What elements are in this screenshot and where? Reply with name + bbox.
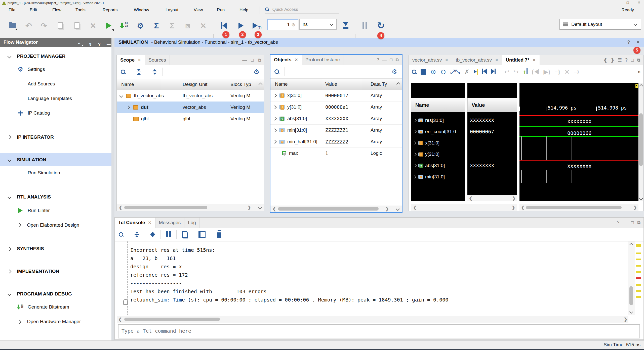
prev-tab-icon[interactable]: ❰	[603, 57, 607, 63]
wave-name-header[interactable]: Name	[411, 98, 465, 112]
objects-hscrollbar[interactable]: ❮ ❯	[270, 206, 402, 212]
generate-bitstream-toolbar-icon[interactable]: 0110	[119, 20, 130, 31]
menu-view[interactable]: View	[194, 8, 203, 13]
search-icon[interactable]	[274, 69, 279, 74]
collapse-all-icon[interactable]	[137, 69, 141, 75]
expand-all-icon[interactable]	[152, 69, 157, 75]
tab-messages[interactable]: Messages	[155, 218, 185, 228]
object-row-abs[interactable]: 0 abs[31:0] XXXXXXXX Array	[270, 113, 402, 125]
tab-protocol-instances[interactable]: Protocol Instanc	[302, 55, 343, 65]
expand-all-icon[interactable]: ⇕	[89, 40, 92, 49]
time-unit-select[interactable]: ns	[299, 19, 337, 30]
settings-gear-icon[interactable]: ⚙	[391, 68, 397, 76]
quick-access-search[interactable]: Quick Access	[265, 7, 339, 14]
float-panel-icon[interactable]: ⧉	[637, 220, 640, 225]
warning-mark[interactable]	[636, 271, 641, 273]
warning-mark[interactable]	[636, 265, 641, 267]
zoom-out-icon[interactable]: ⊖	[440, 68, 446, 76]
wave-vscrollbar[interactable]	[639, 83, 643, 201]
undo-icon[interactable]: ↶	[23, 20, 34, 31]
sidebar-item-language-templates[interactable]: Language Templates	[0, 93, 111, 104]
wave-signal-err-count[interactable]: err_count[31:0	[411, 126, 465, 137]
scroll-down-icon[interactable]	[258, 206, 262, 210]
tab-sources[interactable]: Sources	[145, 55, 170, 65]
layout-selector[interactable]: Default Layout	[559, 19, 641, 30]
menu-reports[interactable]: Reports	[103, 8, 118, 13]
maximize-panel-icon[interactable]: □	[631, 220, 634, 225]
scope-row-tb-vector-abs[interactable]: tb_vector_abs tb_vector_abs Verilog M	[117, 90, 264, 102]
next-tab-icon[interactable]: ❱	[611, 57, 614, 63]
sidebar-section-implementation[interactable]: IMPLEMENTATION	[0, 266, 111, 276]
close-icon[interactable]: ✕	[445, 58, 448, 63]
run-all-icon[interactable]	[235, 20, 247, 31]
minimize-panel-icon[interactable]: —	[107, 40, 111, 49]
search-icon[interactable]	[121, 70, 125, 74]
remove-cursor-icon[interactable]: ✗	[464, 68, 469, 75]
sidebar-item-ip-catalog[interactable]: IP Catalog	[0, 108, 111, 118]
tab-scope[interactable]: Scope✕	[117, 55, 145, 65]
wave-names-hscrollbar[interactable]: ❮ ❯	[411, 204, 517, 211]
clear-input-icon[interactable]: ⊗	[291, 22, 295, 28]
collapse-all-icon[interactable]	[135, 232, 139, 237]
step-icon[interactable]	[340, 20, 351, 31]
report-sigma-icon[interactable]: Σ	[151, 20, 162, 31]
window-close-icon[interactable]: ✕	[634, 1, 644, 5]
wave-value-hscrollbar[interactable]: ❮ ❯	[467, 195, 517, 201]
help-icon[interactable]: ?	[625, 58, 628, 63]
scope-row-glbl[interactable]: glbl glbl Verilog M	[117, 113, 264, 125]
console-vscrollbar[interactable]	[628, 241, 635, 315]
wave-canvas[interactable]: 514,996 ps 514,998 ps XXXXXXXX 00000066 …	[519, 83, 638, 201]
search-icon[interactable]	[119, 232, 123, 237]
sidebar-item-open-hardware-manager[interactable]: Open Hardware Manager	[0, 317, 111, 327]
maximize-panel-icon[interactable]: □	[631, 58, 634, 63]
close-icon[interactable]: ✕	[138, 58, 141, 63]
redo-icon[interactable]: ↷	[38, 20, 49, 31]
tab-list-icon[interactable]: ☰	[618, 57, 622, 63]
objects-table-header[interactable]: Name Value Data Ty	[270, 79, 402, 90]
pause-output-icon[interactable]	[166, 231, 171, 238]
menu-help[interactable]: Help	[239, 8, 248, 13]
settings-gear-icon[interactable]: ⚙	[135, 20, 146, 31]
close-icon[interactable]: ✕	[495, 58, 498, 63]
console-hscrollbar[interactable]: ❮ ❯	[117, 316, 628, 323]
sidebar-section-program-and-debug[interactable]: PROGRAM AND DEBUG	[0, 289, 111, 299]
open-project-icon[interactable]	[7, 20, 18, 31]
wave-value-header[interactable]: Value	[467, 98, 517, 112]
minimize-panel-icon[interactable]: —	[382, 57, 387, 63]
warning-mark[interactable]	[636, 253, 641, 254]
object-row-y[interactable]: I y[31:0] 000000a1 Array	[270, 101, 402, 113]
zoom-fit-icon[interactable]: ⤢⤡	[450, 68, 460, 75]
copy-output-icon[interactable]	[182, 231, 187, 238]
object-row-min[interactable]: min[31:0] ZZZZZZZ1 Array	[270, 124, 402, 136]
run-synthesis-icon[interactable]	[103, 20, 114, 31]
menu-edit[interactable]: Edit	[30, 8, 37, 13]
sidebar-item-run-simulation[interactable]: Run Simulation	[0, 168, 111, 178]
warning-mark[interactable]	[636, 244, 641, 247]
zoom-in-icon[interactable]: ⊕	[430, 68, 436, 76]
cut-icon[interactable]: ✕	[88, 20, 99, 31]
help-icon[interactable]: ?	[617, 220, 619, 225]
relaunch-simulation-icon[interactable]: ↻	[375, 20, 386, 31]
minimize-panel-icon[interactable]: —	[242, 58, 247, 63]
next-transition-icon[interactable]	[491, 69, 496, 75]
wave-signal-res[interactable]: res[31:0]	[411, 115, 465, 126]
float-panel-icon[interactable]: ⧉	[637, 58, 640, 63]
warning-mark[interactable]	[636, 284, 641, 286]
tab-untitled-7[interactable]: Untitled 7*✕	[502, 55, 540, 65]
tab-log[interactable]: Log	[184, 218, 200, 228]
go-to-time-icon[interactable]	[474, 69, 478, 75]
wave-signal-min[interactable]: min[31:0]	[411, 171, 465, 182]
wave-signal-y[interactable]: Iy[31:0]	[411, 148, 465, 160]
scroll-down-icon[interactable]	[639, 196, 643, 201]
float-panel-icon[interactable]: ⧉	[395, 57, 399, 63]
scroll-down-icon[interactable]	[629, 310, 633, 314]
save-icon[interactable]	[421, 69, 426, 75]
sidebar-item-open-elaborated-design[interactable]: Open Elaborated Design	[0, 220, 111, 230]
close-icon[interactable]: ✕	[532, 58, 536, 63]
help-icon[interactable]: ?	[377, 57, 379, 63]
clear-console-icon[interactable]	[217, 231, 221, 238]
menu-window[interactable]: Window	[134, 8, 149, 13]
sidebar-section-simulation[interactable]: SIMULATION	[0, 155, 111, 165]
tab-vector-abs-sv[interactable]: vector_abs.sv✕	[409, 55, 452, 65]
window-minimize-icon[interactable]: —	[611, 1, 621, 5]
